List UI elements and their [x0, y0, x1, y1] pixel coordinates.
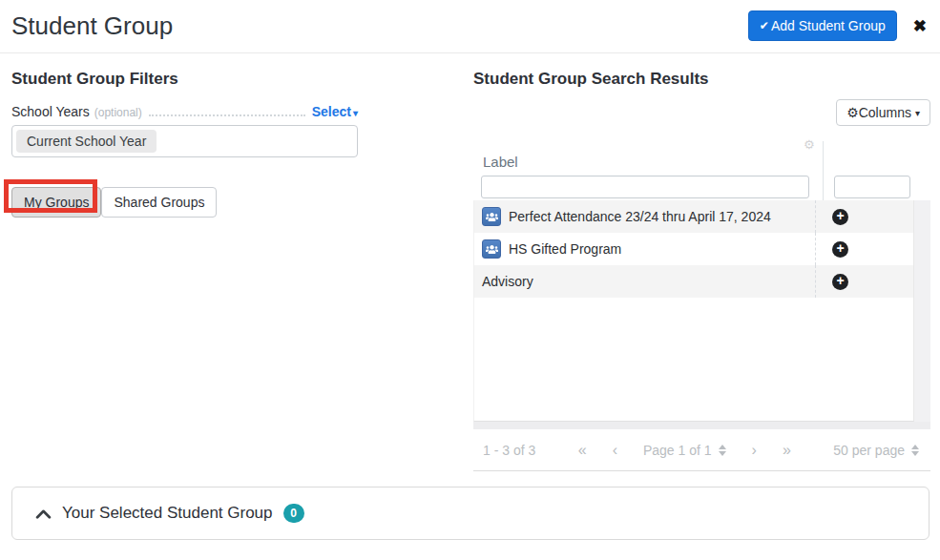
next-page-button[interactable]: ›: [752, 442, 757, 459]
page-indicator: Page 1 of 1: [643, 443, 726, 458]
student-group-page: Student Group ✔ Add Student Group ✖ Stud…: [0, 0, 940, 560]
school-years-input[interactable]: Current School Year: [11, 125, 358, 157]
page-text: Page 1 of 1: [643, 443, 712, 458]
label-filter-input[interactable]: [481, 176, 809, 198]
result-range-text: 1 - 3 of 3: [483, 443, 535, 458]
student-group-label: HS Gifted Program: [509, 241, 621, 257]
student-group-row[interactable]: Perfect Attendance 23/24 thru April 17, …: [474, 200, 913, 233]
caret-down-icon: ▾: [353, 108, 358, 118]
per-page-text: 50 per page: [833, 443, 905, 458]
group-filter-buttons: My Groups Shared Groups: [11, 187, 473, 218]
row-label-cell: Advisory: [474, 265, 815, 298]
pagination-controls: « ‹ Page 1 of 1 › »: [578, 442, 791, 459]
page-stepper-icon[interactable]: [719, 445, 726, 456]
student-group-row[interactable]: Advisory: [474, 265, 913, 298]
selected-group-panel[interactable]: Your Selected Student Group 0: [11, 487, 930, 540]
row-add-cell: [815, 233, 913, 265]
select-label: Select: [312, 104, 351, 119]
row-label-cell: HS Gifted Program: [474, 233, 815, 265]
page-header: Student Group ✔ Add Student Group ✖: [0, 0, 940, 53]
student-group-users-icon: [482, 207, 501, 226]
filters-heading: Student Group Filters: [11, 70, 473, 89]
add-to-selection-button[interactable]: [832, 209, 848, 225]
close-icon[interactable]: ✖: [913, 18, 927, 34]
first-page-button[interactable]: «: [578, 442, 587, 459]
horizontal-scrollbar[interactable]: [473, 422, 930, 429]
results-panel: Student Group Search Results ⚙Columns▾ ⚙…: [473, 70, 935, 471]
table-header: ⚙ Label: [473, 137, 914, 200]
shared-groups-button[interactable]: Shared Groups: [101, 187, 217, 218]
school-years-field-row: School Years (optional) Select▾: [11, 104, 358, 119]
pagination-bar: 1 - 3 of 3 « ‹ Page 1 of 1 › » 50 per pa…: [473, 429, 930, 471]
add-to-selection-button[interactable]: [832, 241, 848, 258]
student-group-row[interactable]: HS Gifted Program: [474, 233, 913, 265]
table-body: Perfect Attendance 23/24 thru April 17, …: [473, 200, 914, 422]
row-add-cell: [815, 200, 913, 233]
main-content: Student Group Filters School Years (opti…: [0, 53, 940, 471]
columns-toolbar: ⚙Columns▾: [473, 99, 930, 126]
student-group-users-icon: [482, 239, 501, 259]
school-years-select-dropdown[interactable]: Select▾: [312, 104, 358, 119]
header-actions: ✔ Add Student Group ✖: [748, 10, 927, 41]
selected-group-label: Your Selected Student Group: [62, 504, 273, 523]
selected-count-badge: 0: [283, 504, 304, 523]
gear-icon: ⚙: [846, 105, 859, 120]
page-title: Student Group: [11, 11, 173, 41]
last-page-button[interactable]: »: [783, 442, 791, 459]
check-icon: ✔: [760, 19, 769, 32]
columns-dropdown-button[interactable]: ⚙Columns▾: [836, 99, 930, 126]
my-groups-button[interactable]: My Groups: [11, 187, 101, 218]
student-group-label: Advisory: [482, 274, 533, 289]
school-year-chip[interactable]: Current School Year: [16, 130, 157, 153]
row-add-cell: [815, 265, 913, 298]
columns-button-label: Columns: [859, 105, 911, 120]
add-to-selection-button[interactable]: [832, 274, 848, 290]
school-years-label: School Years: [11, 104, 90, 119]
per-page-stepper-icon: [911, 445, 919, 456]
optional-label: (optional): [94, 106, 142, 119]
add-column-filter-input[interactable]: [834, 176, 910, 198]
per-page-selector[interactable]: 50 per page: [833, 443, 919, 458]
chevron-up-icon[interactable]: [35, 508, 52, 519]
row-label-cell: Perfect Attendance 23/24 thru April 17, …: [474, 200, 815, 233]
student-group-label: Perfect Attendance 23/24 thru April 17, …: [509, 209, 771, 224]
label-column-header: Label: [483, 154, 518, 170]
results-heading: Student Group Search Results: [473, 70, 930, 89]
column-settings-gear-icon[interactable]: ⚙: [804, 137, 815, 152]
results-table: ⚙ Label Perfect Attendance 23/24: [473, 137, 930, 422]
dotted-leader: [149, 114, 305, 116]
caret-down-icon: ▾: [915, 108, 920, 118]
vertical-scrollbar[interactable]: [914, 200, 930, 422]
add-student-group-button[interactable]: ✔ Add Student Group: [748, 10, 897, 41]
add-student-group-label: Add Student Group: [771, 18, 886, 33]
filters-panel: Student Group Filters School Years (opti…: [11, 70, 473, 471]
prev-page-button[interactable]: ‹: [613, 442, 617, 459]
